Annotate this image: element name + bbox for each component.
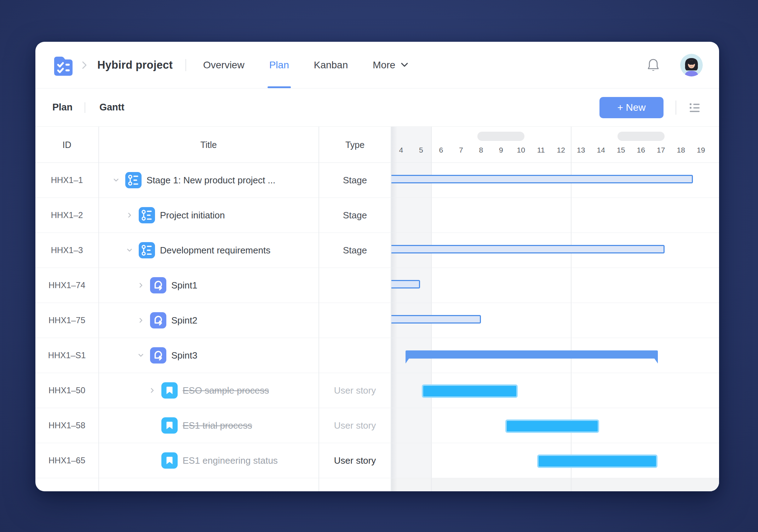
row-expand-chevron-icon[interactable] xyxy=(149,387,156,394)
row-id: HHX1–65 xyxy=(35,443,98,478)
stage-icon xyxy=(139,207,155,223)
timeline-day-label: 18 xyxy=(671,127,691,163)
sprint-icon xyxy=(150,312,166,328)
gantt-bar-stage[interactable] xyxy=(391,280,420,288)
breadcrumb-chevron-icon xyxy=(80,60,88,70)
table-row[interactable]: HHX1–65ES1 engineering statusUser story xyxy=(35,443,719,478)
gantt-bar-summary-left-end xyxy=(406,358,409,364)
row-collapse-chevron-icon[interactable] xyxy=(113,177,120,184)
tab-label: Plan xyxy=(269,59,289,71)
gantt-row-track xyxy=(391,268,719,303)
gantt-bottom-strip xyxy=(391,478,719,491)
tab-label: Kanban xyxy=(314,59,348,71)
timeline-day-label: 11 xyxy=(531,127,551,163)
table-row[interactable]: HHX1–74Spint1 xyxy=(35,268,719,303)
toolbar-view-label[interactable]: Plan xyxy=(52,102,73,113)
row-type xyxy=(319,338,391,373)
table-header: ID Title Type 45678910111213141516171819 xyxy=(35,127,719,163)
app-header: Hybird project OverviewPlanKanbanMore xyxy=(35,42,719,88)
column-header-title: Title xyxy=(98,127,319,163)
row-title[interactable]: ESO sample process xyxy=(183,373,269,408)
gantt-bar-stage[interactable] xyxy=(391,175,693,183)
story-icon xyxy=(161,382,178,399)
timeline-skeleton-pill xyxy=(477,132,524,141)
gantt-bar-story[interactable] xyxy=(537,454,657,468)
stage-icon xyxy=(139,242,155,258)
row-expand-chevron-icon[interactable] xyxy=(126,212,133,219)
row-type xyxy=(319,268,391,303)
new-button[interactable]: + New xyxy=(599,97,664,118)
table-row[interactable]: HHX1–2Project initiationStage xyxy=(35,198,719,233)
table-row[interactable]: HHX1–S1Spint3 xyxy=(35,338,719,373)
story-icon xyxy=(161,452,178,469)
sprint-icon xyxy=(150,277,166,293)
table-row[interactable]: HHX1–3Development requirementsStage xyxy=(35,233,719,268)
gantt-bar-stage[interactable] xyxy=(391,245,665,253)
row-id: HHX1–2 xyxy=(35,198,98,233)
row-id: HHX1–74 xyxy=(35,268,98,303)
tab-label: More xyxy=(373,59,395,71)
row-title[interactable]: Project initiation xyxy=(160,198,225,233)
column-header-id: ID xyxy=(35,127,98,163)
toolbar-divider xyxy=(85,102,85,113)
tab-more[interactable]: More xyxy=(373,42,409,88)
timeline-day-label: 19 xyxy=(691,127,711,163)
nav-tabs: OverviewPlanKanbanMore xyxy=(203,42,409,88)
row-type: Stage xyxy=(319,233,391,268)
column-border xyxy=(391,127,391,491)
timeline-day-label: 6 xyxy=(431,127,451,163)
header-divider xyxy=(185,59,186,71)
timeline-day-label: 12 xyxy=(551,127,571,163)
gantt-bar-story[interactable] xyxy=(505,419,599,433)
timeline-day-label: 14 xyxy=(591,127,611,163)
tab-kanban[interactable]: Kanban xyxy=(314,42,348,88)
view-toolbar: Plan Gantt + New xyxy=(35,88,719,127)
row-type: User story xyxy=(319,373,391,408)
row-collapse-chevron-icon[interactable] xyxy=(126,247,133,254)
row-title[interactable]: Spint1 xyxy=(171,268,197,303)
column-border xyxy=(318,127,319,491)
gantt-bar-stage[interactable] xyxy=(391,315,481,324)
gantt-bar-summary-body xyxy=(406,350,658,359)
gantt-row-track xyxy=(391,408,719,443)
gantt-row-track xyxy=(391,338,719,373)
row-type: User story xyxy=(319,443,391,478)
gantt-bar-story[interactable] xyxy=(422,384,518,398)
app-window: Hybird project OverviewPlanKanbanMore xyxy=(35,42,719,491)
row-id: HHX1–50 xyxy=(35,373,98,408)
row-id: HHX1–58 xyxy=(35,408,98,443)
row-id: HHX1–S1 xyxy=(35,338,98,373)
row-title[interactable]: ES1 engineering status xyxy=(183,443,278,478)
view-settings-icon[interactable] xyxy=(689,102,701,113)
table-row[interactable]: HHX1–50ESO sample processUser story xyxy=(35,373,719,408)
sprint-icon xyxy=(150,347,166,364)
user-avatar[interactable] xyxy=(680,54,703,76)
table-row[interactable]: HHX1–58ES1 trial processUser story xyxy=(35,408,719,443)
story-icon xyxy=(161,417,178,434)
notification-bell-icon[interactable] xyxy=(647,58,660,73)
timeline-day-label: 7 xyxy=(451,127,471,163)
tab-plan[interactable]: Plan xyxy=(269,42,289,88)
page-background: Hybird project OverviewPlanKanbanMore xyxy=(0,0,758,532)
project-title: Hybird project xyxy=(97,59,173,71)
row-id: HHX1–75 xyxy=(35,303,98,338)
gantt-row-track xyxy=(391,233,719,268)
timeline-skeleton-pill xyxy=(618,132,665,141)
row-title[interactable]: Development requirements xyxy=(160,233,270,268)
toolbar-view-mode[interactable]: Gantt xyxy=(99,102,125,113)
project-folder-icon xyxy=(52,55,75,76)
row-title[interactable]: Spint3 xyxy=(171,338,197,373)
timeline-day-label: 4 xyxy=(391,127,411,163)
row-expand-chevron-icon[interactable] xyxy=(137,282,144,289)
table-row[interactable]: HHX1–75Spint2 xyxy=(35,303,719,338)
row-title[interactable]: ES1 trial process xyxy=(183,408,252,443)
row-type: Stage xyxy=(319,198,391,233)
gantt-bar-summary[interactable] xyxy=(406,350,658,365)
row-expand-chevron-icon[interactable] xyxy=(137,317,144,324)
gantt-table: ID Title Type 45678910111213141516171819… xyxy=(35,127,719,491)
row-title[interactable]: Stage 1: New product project ... xyxy=(147,163,275,198)
table-row[interactable]: HHX1–1Stage 1: New product project ...St… xyxy=(35,163,719,198)
row-title[interactable]: Spint2 xyxy=(171,303,197,338)
row-collapse-chevron-icon[interactable] xyxy=(137,352,144,359)
tab-overview[interactable]: Overview xyxy=(203,42,245,88)
